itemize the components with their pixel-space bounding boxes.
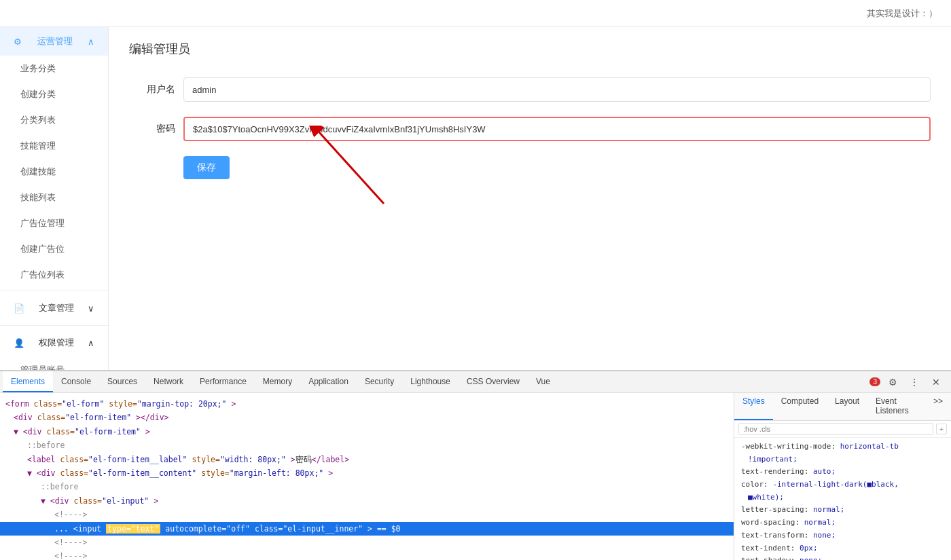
sidebar-sub-item-category-list[interactable]: 分类列表: [0, 107, 108, 133]
dom-line-elinput[interactable]: ▼ <div class="el-input" >: [0, 494, 734, 508]
tab-sources[interactable]: Sources: [99, 371, 145, 392]
sidebar-section-operations: ⚙ 运营管理 ∧ 业务分类 创建分类 分类列表 技能管理 创建技能 技能列表 广…: [0, 27, 108, 288]
devtools-tab-bar: Elements Console Sources Network Perform…: [0, 371, 951, 393]
chevron-up-icon-permissions: ∧: [88, 338, 94, 348]
sidebar-item-label-permissions: 权限管理: [39, 337, 74, 349]
form-actions: 保存: [129, 156, 931, 179]
sidebar: ⚙ 运营管理 ∧ 业务分类 创建分类 分类列表 技能管理 创建技能 技能列表 广…: [0, 27, 109, 370]
sidebar-sub-item-admin-account[interactable]: 管理员账号: [0, 357, 108, 370]
sidebar-sub-item-ad-mgmt[interactable]: 广告位管理: [0, 210, 108, 236]
styles-tab-computed[interactable]: Computed: [773, 393, 827, 420]
tab-elements[interactable]: Elements: [3, 371, 53, 392]
sidebar-item-operations[interactable]: ⚙ 运营管理 ∧: [0, 27, 108, 56]
page-title: 编辑管理员: [129, 41, 931, 57]
save-button[interactable]: 保存: [183, 156, 230, 179]
tab-application[interactable]: Application: [300, 371, 357, 392]
dom-line[interactable]: ▼ <div class="el-form-item" >: [0, 425, 734, 438]
password-label: 密码: [129, 123, 183, 135]
chevron-down-icon: ∨: [88, 303, 94, 314]
tab-console[interactable]: Console: [53, 371, 99, 392]
user-icon: 👤: [14, 338, 24, 348]
dom-line[interactable]: <form class="el-form" style="margin-top:…: [0, 397, 734, 411]
form-item-username: 用户名: [129, 77, 931, 102]
article-icon: 📄: [14, 303, 24, 314]
main-content: 编辑管理员 用户名 密码 保存: [109, 27, 951, 370]
devtools-panel: Elements Console Sources Network Perform…: [0, 370, 951, 560]
close-devtools-icon[interactable]: ✕: [927, 373, 946, 392]
dom-line-comment3[interactable]: <!---->: [0, 549, 734, 560]
styles-filter-input[interactable]: [738, 423, 933, 435]
form-item-password: 密码: [129, 117, 931, 141]
sidebar-item-label-operations: 运营管理: [37, 35, 73, 48]
dom-line[interactable]: ▼ <div class="el-form-item__content" sty…: [0, 466, 734, 480]
sidebar-sub-item-create-ad[interactable]: 创建广告位: [0, 236, 108, 262]
password-input[interactable]: [183, 117, 931, 141]
dom-line-before1[interactable]: ::before: [0, 438, 734, 452]
error-badge: 3: [869, 377, 880, 386]
dom-line-comment1[interactable]: <!---->: [0, 508, 734, 521]
styles-tab-layout[interactable]: Layout: [827, 393, 867, 420]
dom-line[interactable]: <div class="el-form-item" ></div>: [0, 411, 734, 424]
tab-css-overview[interactable]: CSS Overview: [459, 371, 528, 392]
styles-tab-styles[interactable]: Styles: [734, 393, 773, 420]
sidebar-sub-item-create-skill[interactable]: 创建技能: [0, 159, 108, 185]
chevron-up-icon: ∧: [88, 37, 94, 47]
add-style-btn[interactable]: +: [936, 424, 947, 434]
sidebar-sub-item-business[interactable]: 业务分类: [0, 56, 108, 81]
sidebar-section-articles: 📄 文章管理 ∨: [0, 294, 108, 322]
sidebar-sub-item-ad-list[interactable]: 广告位列表: [0, 262, 108, 288]
tab-security[interactable]: Security: [357, 371, 402, 392]
dom-line-before2[interactable]: ::before: [0, 480, 734, 493]
username-input[interactable]: [183, 77, 931, 102]
sidebar-sub-item-skill-mgmt[interactable]: 技能管理: [0, 133, 108, 159]
styles-panel: Styles Computed Layout Event Listeners >…: [734, 393, 951, 560]
styles-tab-event-listeners[interactable]: Event Listeners: [867, 393, 925, 420]
tab-network[interactable]: Network: [145, 371, 192, 392]
gear-icon: ⚙: [14, 37, 22, 47]
tab-lighthouse[interactable]: Lighthouse: [402, 371, 459, 392]
sidebar-item-articles[interactable]: 📄 文章管理 ∨: [0, 294, 108, 322]
top-bar-text: 其实我是设计：）: [867, 7, 937, 20]
top-bar: 其实我是设计：）: [0, 0, 951, 27]
tab-memory[interactable]: Memory: [255, 371, 300, 392]
dom-panel: <form class="el-form" style="margin-top:…: [0, 393, 734, 560]
dom-line-input[interactable]: ... <input type="text" autocomplete="off…: [0, 522, 734, 536]
styles-tab-more[interactable]: >>: [925, 393, 951, 420]
sidebar-sub-item-create-category[interactable]: 创建分类: [0, 81, 108, 107]
tab-vue[interactable]: Vue: [528, 371, 558, 392]
sidebar-sub-item-skill-list[interactable]: 技能列表: [0, 185, 108, 210]
settings-icon[interactable]: ⚙: [883, 373, 902, 392]
sidebar-section-permissions: 👤 权限管理 ∧ 管理员账号 创建账号: [0, 329, 108, 370]
tab-performance[interactable]: Performance: [192, 371, 255, 392]
sidebar-item-permissions[interactable]: 👤 权限管理 ∧: [0, 329, 108, 357]
more-icon[interactable]: ⋮: [905, 373, 924, 392]
dom-line-comment2[interactable]: <!---->: [0, 536, 734, 549]
username-label: 用户名: [129, 83, 183, 96]
sidebar-item-label-articles: 文章管理: [39, 302, 74, 314]
dom-line[interactable]: <label class="el-form-item__label" style…: [0, 453, 734, 466]
styles-content: -webkit-writing-mode: horizontal-tb !imp…: [734, 438, 951, 560]
